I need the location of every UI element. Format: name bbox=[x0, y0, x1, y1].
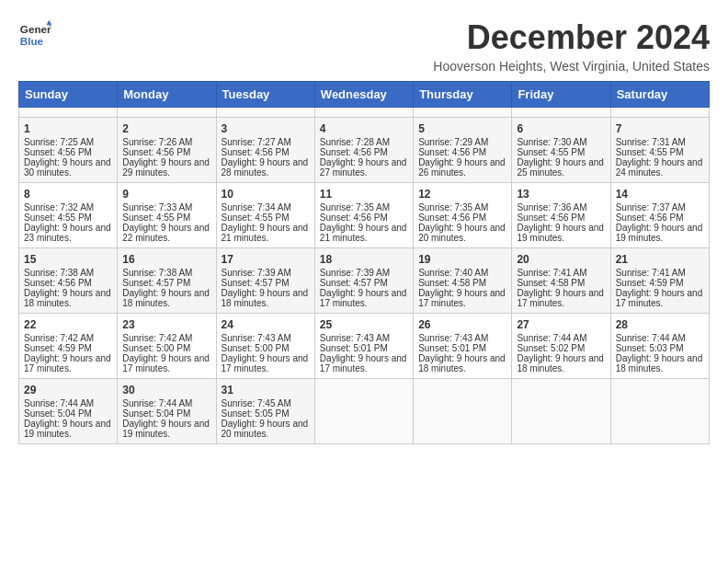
calendar-cell bbox=[314, 108, 413, 118]
sunset-text: Sunset: 5:00 PM bbox=[222, 343, 310, 353]
daylight-text: Daylight: 9 hours and 17 minutes. bbox=[418, 288, 506, 308]
calendar-cell: 2Sunrise: 7:26 AMSunset: 4:56 PMDaylight… bbox=[118, 118, 216, 183]
sunset-text: Sunset: 4:57 PM bbox=[222, 278, 310, 288]
calendar-week-row bbox=[19, 108, 710, 118]
sunset-text: Sunset: 4:56 PM bbox=[122, 147, 210, 157]
day-number: 25 bbox=[320, 318, 408, 331]
daylight-text: Daylight: 9 hours and 20 minutes. bbox=[222, 419, 310, 439]
sunrise-text: Sunrise: 7:41 AM bbox=[517, 268, 605, 278]
calendar-cell: 24Sunrise: 7:43 AMSunset: 5:00 PMDayligh… bbox=[216, 314, 314, 379]
daylight-text: Daylight: 9 hours and 22 minutes. bbox=[122, 223, 210, 243]
sunset-text: Sunset: 5:01 PM bbox=[320, 343, 408, 353]
sunrise-text: Sunrise: 7:42 AM bbox=[24, 333, 112, 343]
calendar-cell: 8Sunrise: 7:32 AMSunset: 4:55 PMDaylight… bbox=[19, 183, 118, 248]
calendar-table: SundayMondayTuesdayWednesdayThursdayFrid… bbox=[18, 81, 710, 444]
calendar-cell bbox=[610, 379, 709, 444]
day-header-monday: Monday bbox=[118, 82, 216, 108]
sunrise-text: Sunrise: 7:27 AM bbox=[222, 137, 310, 147]
calendar-week-row: 15Sunrise: 7:38 AMSunset: 4:56 PMDayligh… bbox=[19, 248, 710, 314]
day-number: 21 bbox=[616, 253, 704, 266]
calendar-cell: 4Sunrise: 7:28 AMSunset: 4:56 PMDaylight… bbox=[314, 118, 413, 183]
day-number: 5 bbox=[418, 122, 506, 135]
daylight-text: Daylight: 9 hours and 17 minutes. bbox=[320, 288, 408, 308]
sunrise-text: Sunrise: 7:35 AM bbox=[320, 202, 408, 213]
calendar-cell: 26Sunrise: 7:43 AMSunset: 5:01 PMDayligh… bbox=[414, 314, 512, 379]
sunrise-text: Sunrise: 7:42 AM bbox=[122, 333, 210, 343]
calendar-cell: 19Sunrise: 7:40 AMSunset: 4:58 PMDayligh… bbox=[414, 248, 512, 314]
sunrise-text: Sunrise: 7:40 AM bbox=[418, 268, 506, 278]
sunrise-text: Sunrise: 7:37 AM bbox=[616, 202, 704, 213]
calendar-cell: 11Sunrise: 7:35 AMSunset: 4:56 PMDayligh… bbox=[314, 183, 413, 248]
day-number: 18 bbox=[320, 253, 408, 266]
sunset-text: Sunset: 4:56 PM bbox=[418, 213, 506, 223]
calendar-cell bbox=[610, 108, 709, 118]
day-number: 20 bbox=[517, 253, 605, 266]
svg-text:Blue: Blue bbox=[20, 35, 44, 47]
calendar-cell: 23Sunrise: 7:42 AMSunset: 5:00 PMDayligh… bbox=[118, 314, 216, 379]
sunrise-text: Sunrise: 7:43 AM bbox=[320, 333, 408, 343]
day-number: 6 bbox=[517, 122, 605, 135]
logo: General Blue bbox=[18, 18, 51, 52]
calendar-cell: 27Sunrise: 7:44 AMSunset: 5:02 PMDayligh… bbox=[512, 314, 610, 379]
calendar-week-row: 22Sunrise: 7:42 AMSunset: 4:59 PMDayligh… bbox=[19, 314, 710, 379]
daylight-text: Daylight: 9 hours and 21 minutes. bbox=[222, 223, 310, 243]
day-number: 11 bbox=[320, 188, 408, 201]
sunrise-text: Sunrise: 7:26 AM bbox=[122, 137, 210, 147]
day-number: 13 bbox=[517, 188, 605, 201]
day-header-saturday: Saturday bbox=[610, 82, 709, 108]
day-number: 14 bbox=[616, 188, 704, 201]
day-number: 19 bbox=[418, 253, 506, 266]
sunset-text: Sunset: 5:04 PM bbox=[122, 408, 210, 419]
calendar-cell: 18Sunrise: 7:39 AMSunset: 4:57 PMDayligh… bbox=[314, 248, 413, 314]
title-block: December 2024 Hooverson Heights, West Vi… bbox=[433, 18, 710, 74]
sunset-text: Sunset: 4:56 PM bbox=[320, 213, 408, 223]
sunrise-text: Sunrise: 7:39 AM bbox=[222, 268, 310, 278]
day-number: 28 bbox=[616, 318, 704, 331]
daylight-text: Daylight: 9 hours and 28 minutes. bbox=[222, 157, 310, 178]
calendar-cell: 13Sunrise: 7:36 AMSunset: 4:56 PMDayligh… bbox=[512, 183, 610, 248]
sunset-text: Sunset: 5:04 PM bbox=[24, 408, 112, 419]
sunrise-text: Sunrise: 7:38 AM bbox=[24, 268, 112, 278]
sunset-text: Sunset: 5:03 PM bbox=[616, 343, 704, 353]
day-number: 26 bbox=[418, 318, 506, 331]
sunset-text: Sunset: 5:05 PM bbox=[222, 408, 310, 419]
daylight-text: Daylight: 9 hours and 18 minutes. bbox=[418, 353, 506, 373]
day-number: 9 bbox=[122, 188, 210, 201]
daylight-text: Daylight: 9 hours and 17 minutes. bbox=[24, 353, 112, 373]
day-number: 3 bbox=[222, 122, 310, 135]
daylight-text: Daylight: 9 hours and 29 minutes. bbox=[122, 157, 210, 178]
daylight-text: Daylight: 9 hours and 17 minutes. bbox=[616, 288, 704, 308]
daylight-text: Daylight: 9 hours and 17 minutes. bbox=[517, 288, 605, 308]
sunrise-text: Sunrise: 7:31 AM bbox=[616, 137, 704, 147]
calendar-cell: 28Sunrise: 7:44 AMSunset: 5:03 PMDayligh… bbox=[610, 314, 709, 379]
sunset-text: Sunset: 4:56 PM bbox=[320, 147, 408, 157]
daylight-text: Daylight: 9 hours and 27 minutes. bbox=[320, 157, 408, 178]
day-number: 2 bbox=[122, 122, 210, 135]
daylight-text: Daylight: 9 hours and 24 minutes. bbox=[616, 157, 704, 178]
calendar-cell: 21Sunrise: 7:41 AMSunset: 4:59 PMDayligh… bbox=[610, 248, 709, 314]
calendar-week-row: 1Sunrise: 7:25 AMSunset: 4:56 PMDaylight… bbox=[19, 118, 710, 183]
sunrise-text: Sunrise: 7:45 AM bbox=[222, 398, 310, 408]
sunset-text: Sunset: 4:56 PM bbox=[418, 147, 506, 157]
sunset-text: Sunset: 4:55 PM bbox=[616, 147, 704, 157]
day-number: 8 bbox=[24, 188, 112, 201]
page-header: General Blue December 2024 Hooverson Hei… bbox=[18, 18, 710, 74]
calendar-week-row: 29Sunrise: 7:44 AMSunset: 5:04 PMDayligh… bbox=[19, 379, 710, 444]
calendar-cell bbox=[19, 108, 118, 118]
sunrise-text: Sunrise: 7:38 AM bbox=[122, 268, 210, 278]
day-header-thursday: Thursday bbox=[414, 82, 512, 108]
day-number: 7 bbox=[616, 122, 704, 135]
sunset-text: Sunset: 4:55 PM bbox=[24, 213, 112, 223]
daylight-text: Daylight: 9 hours and 18 minutes. bbox=[222, 288, 310, 308]
sunset-text: Sunset: 4:58 PM bbox=[517, 278, 605, 288]
day-number: 30 bbox=[122, 384, 210, 396]
location-subtitle: Hooverson Heights, West Virginia, United… bbox=[433, 59, 710, 74]
daylight-text: Daylight: 9 hours and 19 minutes. bbox=[616, 223, 704, 243]
sunset-text: Sunset: 4:57 PM bbox=[320, 278, 408, 288]
calendar-cell bbox=[118, 108, 216, 118]
calendar-cell: 12Sunrise: 7:35 AMSunset: 4:56 PMDayligh… bbox=[414, 183, 512, 248]
day-header-sunday: Sunday bbox=[19, 82, 118, 108]
calendar-cell: 29Sunrise: 7:44 AMSunset: 5:04 PMDayligh… bbox=[19, 379, 118, 444]
sunrise-text: Sunrise: 7:32 AM bbox=[24, 202, 112, 213]
daylight-text: Daylight: 9 hours and 23 minutes. bbox=[24, 223, 112, 243]
